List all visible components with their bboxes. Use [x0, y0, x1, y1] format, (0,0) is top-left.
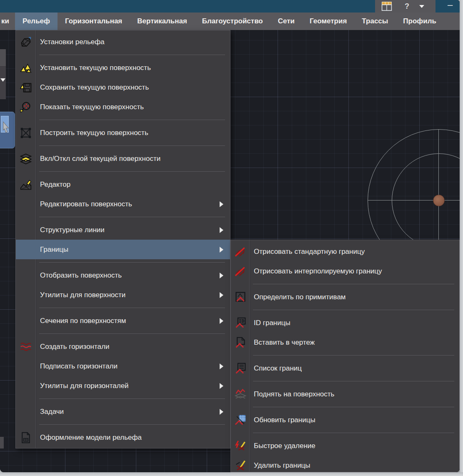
- relief-model-design-icon: [16, 432, 36, 443]
- menu-item[interactable]: Построить текущую поверхность: [16, 123, 230, 143]
- menu-item-label: Вставить в чертеж: [250, 338, 315, 347]
- submenu-arrow-icon: [220, 363, 223, 369]
- menu-separator: [39, 171, 225, 172]
- menu-separator: [253, 381, 454, 381]
- menu-item-label: Сохранить текущую поверхность: [36, 83, 149, 92]
- menu-item[interactable]: Редактировать поверхность: [16, 194, 230, 214]
- cursor-arrow-icon: [2, 121, 10, 134]
- editor-icon: [16, 179, 36, 190]
- menu-item[interactable]: Подписать горизонтали: [16, 356, 230, 376]
- submenu-arrow-icon: [220, 247, 223, 253]
- menu-item[interactable]: Редактор: [16, 175, 230, 194]
- menubar-item[interactable]: Профиль: [395, 13, 444, 30]
- submenu-arrow-icon: [220, 318, 223, 324]
- menu-separator: [39, 262, 225, 263]
- menu-item[interactable]: Границы: [16, 240, 230, 259]
- menu-item[interactable]: Создать горизонтали: [16, 337, 230, 356]
- menu-item-label: Построить текущую поверхность: [36, 129, 148, 137]
- menu-separator: [253, 433, 454, 433]
- menubar-item[interactable]: Горизонтальная: [58, 13, 130, 30]
- set-current-surface-icon: [16, 62, 36, 74]
- menu-item[interactable]: Отобразить поверхность: [16, 266, 230, 285]
- menu-item[interactable]: Структурные линии: [16, 220, 230, 240]
- menu-separator: [39, 217, 225, 217]
- show-current-surface-icon: [16, 101, 36, 113]
- menu-item-label: Обновить границы: [250, 416, 315, 424]
- submenu-arrow-icon: [220, 201, 223, 207]
- menu-item-label: Быстрое удаление: [250, 442, 315, 450]
- select-tool-button[interactable]: [0, 112, 15, 148]
- menu-item[interactable]: IDID границы: [231, 313, 459, 333]
- menu-separator: [39, 398, 225, 399]
- raise-to-surface-icon: [231, 388, 250, 400]
- menu-separator: [39, 145, 225, 146]
- menubar-item[interactable]: Рельеф: [15, 13, 58, 30]
- left-combobox-fragment[interactable]: [0, 65, 6, 99]
- relief-settings-icon: [16, 36, 36, 48]
- menu-item-label: Границы: [36, 246, 68, 254]
- toggle-surface-layer-icon: [16, 153, 36, 165]
- menu-item[interactable]: Оформление модели рельефа: [16, 428, 230, 447]
- menu-item[interactable]: Отрисовать стандартную границу: [231, 242, 459, 261]
- menu-item[interactable]: Сечения по поверхностям: [16, 311, 230, 331]
- menubar-item[interactable]: Трассы: [354, 13, 395, 30]
- save-current-surface-icon: [16, 82, 36, 93]
- window-layout-icon[interactable]: [380, 1, 393, 11]
- help-button[interactable]: ?: [405, 2, 409, 11]
- menu-item[interactable]: Обновить границы: [231, 410, 459, 430]
- menu-separator: [39, 120, 225, 120]
- boundary-id-icon: ID: [231, 317, 250, 329]
- menu-item[interactable]: Показать текущую поверхность: [16, 97, 230, 117]
- menu-item[interactable]: Сохранить текущую поверхность: [16, 78, 230, 97]
- menu-item[interactable]: Утилиты для горизонталей: [16, 376, 230, 396]
- menubar-item[interactable]: Благоустройство: [195, 13, 270, 30]
- application-window: ? – киРельефГоризонтальнаяВертикальнаяБл…: [0, 0, 460, 472]
- submenu-arrow-icon: [220, 409, 223, 415]
- menu-item-label: Удалить границы: [250, 461, 310, 470]
- draw-standard-boundary-icon: [231, 246, 250, 258]
- menu-item-label: Установки рельефа: [36, 38, 105, 46]
- delete-boundaries-icon: [231, 460, 250, 471]
- create-contours-icon: [16, 341, 36, 353]
- submenu-arrow-icon: [220, 227, 223, 233]
- boundaries-submenu: Отрисовать стандартную границуОтрисовать…: [230, 240, 460, 472]
- menu-item-label: Сечения по поверхностям: [36, 317, 126, 325]
- menu-item[interactable]: Установки рельефа: [16, 32, 230, 52]
- relief-dropdown-menu: Установки рельефаУстановить текущую пове…: [15, 30, 230, 448]
- menu-item-label: Утилиты для поверхности: [36, 291, 125, 299]
- menu-item[interactable]: Утилиты для поверхности: [16, 285, 230, 305]
- menu-item-label: Редактировать поверхность: [36, 200, 132, 208]
- title-bar: ? –: [0, 0, 460, 13]
- menu-item-label: ID границы: [250, 319, 290, 327]
- drawing-center-point: [433, 195, 445, 206]
- menu-separator: [39, 308, 225, 308]
- menubar-item[interactable]: Вертикальная: [130, 13, 195, 30]
- menu-item[interactable]: Удалить границы: [231, 456, 459, 472]
- menu-item[interactable]: Список границ: [231, 358, 459, 378]
- submenu-arrow-icon: [220, 383, 223, 389]
- menu-item[interactable]: Быстрое удаление: [231, 436, 459, 456]
- menu-item-label: Установить текущую поверхность: [36, 64, 151, 72]
- menu-item[interactable]: Определить по примитивам: [231, 287, 459, 307]
- minimize-button[interactable]: –: [443, 0, 457, 12]
- left-panel-fragment-bottom: [0, 437, 4, 448]
- update-boundaries-icon: [231, 414, 250, 426]
- menu-item[interactable]: Отрисовать интерполируемую границу: [231, 261, 459, 281]
- menubar-item[interactable]: ки: [0, 13, 15, 30]
- menu-item[interactable]: Задачи: [16, 402, 230, 421]
- drawing-crosshair-horizontal: [368, 200, 460, 200]
- menu-item[interactable]: Вставить в чертеж: [231, 333, 459, 352]
- combobox-dropdown-icon: [0, 78, 5, 82]
- menu-item-label: Подписать горизонтали: [36, 362, 118, 371]
- menu-item-label: Отрисовать интерполируемую границу: [250, 267, 382, 276]
- menu-item[interactable]: Вкл/Откл слой текущей поверхности: [16, 149, 230, 168]
- menubar-item[interactable]: Геометрия: [302, 13, 354, 30]
- menu-separator: [253, 407, 454, 407]
- menu-item[interactable]: Поднять на поверхность: [231, 384, 459, 404]
- menu-item[interactable]: Установить текущую поверхность: [16, 58, 230, 78]
- screenshot-root: { "titlebar": { "help_label": "?", "mini…: [0, 0, 463, 476]
- help-dropdown-icon[interactable]: [419, 5, 424, 8]
- window-edge-right: [460, 0, 463, 476]
- submenu-arrow-icon: [220, 292, 223, 298]
- menubar-item[interactable]: Сети: [270, 13, 302, 30]
